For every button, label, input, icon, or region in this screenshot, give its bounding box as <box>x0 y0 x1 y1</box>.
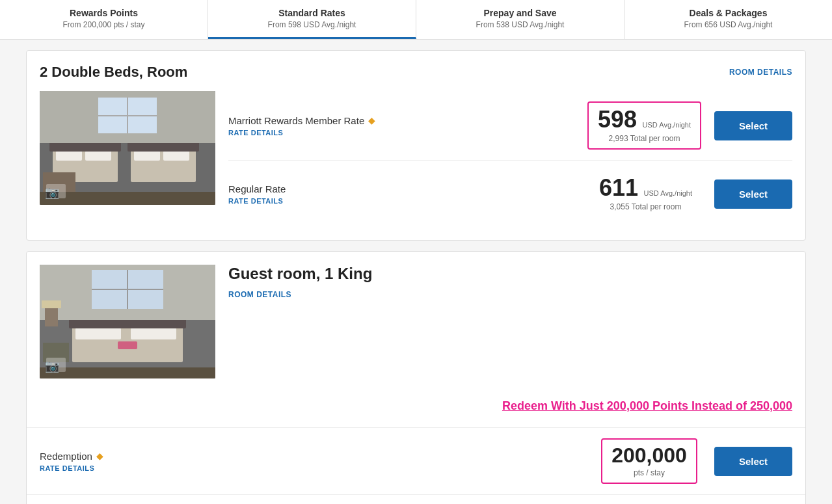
room2-title: Guest room, 1 King <box>228 265 792 283</box>
svg-rect-30 <box>40 367 215 378</box>
room2-price-box: 200,000 pts / stay <box>597 438 701 484</box>
room1-content: 📷 Marriott Rewards Member Rate ◆ RATE DE… <box>40 91 792 227</box>
room1-header: 2 Double Beds, Room ROOM DETAILS <box>40 64 792 81</box>
room1-price-plain-1: 611 USD Avg./night 3,055 Total per room <box>590 171 701 217</box>
customize-bar[interactable]: + CUSTOMIZE CASH + POINTS <box>27 494 805 504</box>
tab-deals-name: Deals & Packages <box>635 8 822 18</box>
room2-top: 📷 Guest room, 1 King ROOM DETAILS <box>27 252 805 391</box>
room1-rates-list: Marriott Rewards Member Rate ◆ RATE DETA… <box>228 91 792 227</box>
svg-rect-5 <box>85 151 111 161</box>
tab-prepay[interactable]: Prepay and Save From 538 USD Avg./night <box>416 0 624 39</box>
room2-rate-details-link[interactable]: RATE DETAILS <box>40 464 597 472</box>
tab-rewards-name: Rewards Points <box>10 8 197 18</box>
svg-rect-20 <box>131 328 176 339</box>
room1-rate-info-0: Marriott Rewards Member Rate ◆ RATE DETA… <box>228 115 587 137</box>
room1-rate-name-0: Marriott Rewards Member Rate ◆ <box>228 115 587 126</box>
room1-select-btn-0[interactable]: Select <box>714 111 792 140</box>
room2-tag-icon: ◆ <box>96 451 103 461</box>
tab-prepay-name: Prepay and Save <box>427 8 613 18</box>
room1-details-link[interactable]: ROOM DETAILS <box>729 68 792 77</box>
svg-rect-27 <box>42 300 61 308</box>
room1-price-main-1: 611 <box>599 174 638 201</box>
room1-select-btn-1[interactable]: Select <box>714 179 792 209</box>
tab-rewards-sub: From 200,000 pts / stay <box>10 20 197 29</box>
tab-standard[interactable]: Standard Rates From 598 USD Avg./night <box>208 0 416 39</box>
room2-rate-info: Redemption ◆ RATE DETAILS <box>40 451 597 472</box>
tab-standard-name: Standard Rates <box>219 8 405 18</box>
room1-price-bordered-0: 598 USD Avg./night 2,993 Total per room <box>587 101 701 150</box>
room2-rate-row: Redemption ◆ RATE DETAILS 200,000 pts / … <box>27 427 805 494</box>
room1-camera-icon: 📷 <box>45 185 59 200</box>
room1-price-unit-1: USD Avg./night <box>644 189 692 197</box>
tab-prepay-sub: From 538 USD Avg./night <box>427 20 613 29</box>
room1-rate-row-1: Regular Rate RATE DETAILS 611 USD Avg./n… <box>228 161 792 227</box>
tab-standard-sub: From 598 USD Avg./night <box>219 20 405 29</box>
room1-section: 2 Double Beds, Room ROOM DETAILS <box>26 50 806 241</box>
room1-rate-details-link-0[interactable]: RATE DETAILS <box>228 129 587 137</box>
room1-rate-row-0: Marriott Rewards Member Rate ◆ RATE DETA… <box>228 91 792 161</box>
room2-image: 📷 <box>40 265 215 378</box>
room1-image: 📷 <box>40 91 215 205</box>
room1-price-unit-0: USD Avg./night <box>643 121 691 129</box>
svg-rect-7 <box>163 151 189 161</box>
svg-rect-29 <box>118 341 137 349</box>
room1-title: 2 Double Beds, Room <box>40 64 187 81</box>
svg-rect-26 <box>45 307 58 326</box>
room2-select-btn[interactable]: Select <box>714 447 792 476</box>
room2-points-unit: pts / stay <box>611 468 687 477</box>
room1-price-total-0: 2,993 Total per room <box>598 134 691 143</box>
rate-tabs-bar: Rewards Points From 200,000 pts / stay S… <box>0 0 832 40</box>
room1-price-box-1: 611 USD Avg./night 3,055 Total per room <box>590 171 701 217</box>
room2-svg <box>40 265 215 378</box>
room1-image-placeholder <box>40 91 215 205</box>
room2-info: Guest room, 1 King ROOM DETAILS <box>228 265 792 300</box>
room2-points-main: 200,000 <box>611 445 687 466</box>
room2-image-placeholder <box>40 265 215 378</box>
room2-camera-icon: 📷 <box>45 359 59 373</box>
room1-svg <box>40 91 215 205</box>
tab-rewards[interactable]: Rewards Points From 200,000 pts / stay <box>0 0 208 39</box>
room2-section: 📷 Guest room, 1 King ROOM DETAILS Redeem… <box>26 251 806 504</box>
room2-price-bordered: 200,000 pts / stay <box>601 438 697 484</box>
room1-rate-details-link-1[interactable]: RATE DETAILS <box>228 197 590 205</box>
room1-price-total-1: 3,055 Total per room <box>599 202 692 211</box>
room1-price-main-0: 598 <box>598 106 637 133</box>
svg-rect-4 <box>56 151 82 161</box>
room1-rate-info-1: Regular Rate RATE DETAILS <box>228 183 590 205</box>
svg-rect-15 <box>40 192 215 205</box>
room1-price-box-0: 598 USD Avg./night 2,993 Total per room <box>587 101 701 150</box>
room2-details-link[interactable]: ROOM DETAILS <box>228 290 291 299</box>
svg-rect-6 <box>134 151 160 161</box>
svg-rect-19 <box>75 328 121 339</box>
tab-deals-sub: From 656 USD Avg./night <box>635 20 822 29</box>
tab-deals[interactable]: Deals & Packages From 656 USD Avg./night <box>624 0 832 39</box>
room1-price-line-0: 598 USD Avg./night <box>598 108 691 131</box>
room1-rate-name-1: Regular Rate <box>228 183 590 194</box>
room2-promo-text: Redeem With Just 200,000 Points Instead … <box>27 391 805 427</box>
room2-rate-name: Redemption ◆ <box>40 451 597 462</box>
tag-icon-0: ◆ <box>368 115 375 126</box>
